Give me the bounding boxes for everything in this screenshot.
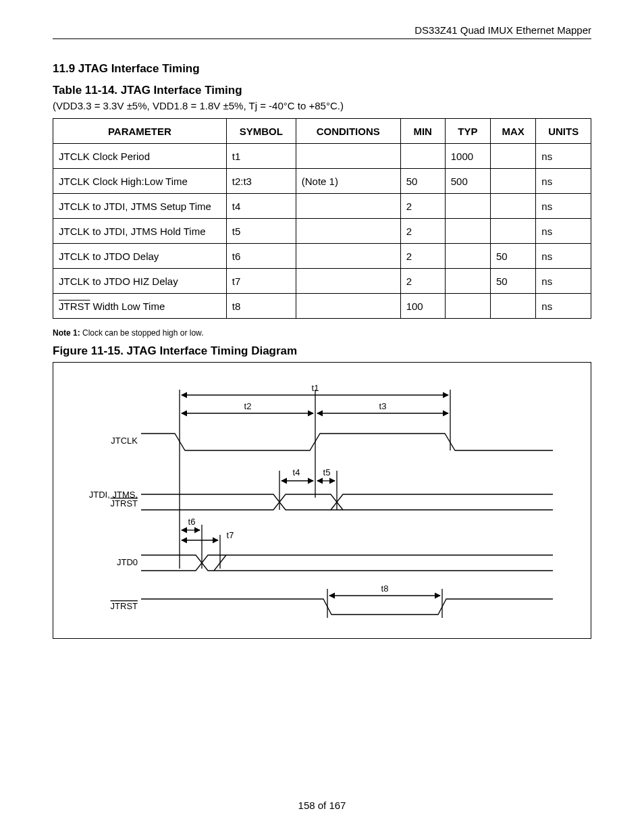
jtdo-waveform — [141, 555, 553, 571]
cell-conditions — [296, 244, 400, 269]
cell-typ — [445, 194, 490, 219]
section-heading: 11.9 JTAG Interface Timing — [53, 62, 591, 76]
table-note: Note 1: Clock can be stopped high or low… — [53, 328, 591, 338]
cell-symbol: t8 — [226, 294, 296, 319]
cell-units: ns — [536, 169, 591, 194]
label-jtdi-line2: JTRST — [111, 498, 138, 509]
label-t1: t1 — [312, 383, 319, 393]
cell-min: 100 — [400, 294, 445, 319]
note-label: Note 1: — [53, 328, 80, 338]
cell-typ: 1000 — [445, 144, 490, 169]
cell-units: ns — [536, 244, 591, 269]
col-max: MAX — [491, 119, 536, 144]
page-footer: 158 of 167 — [0, 800, 644, 811]
col-typ: TYP — [445, 119, 490, 144]
cell-conditions — [296, 219, 400, 244]
label-jtdo: JTD0 — [117, 557, 138, 567]
label-jtrst: JTRST — [111, 601, 138, 611]
table-row: JTCLK to JTDO Delay t6 2 50 ns — [53, 244, 591, 269]
table-row: JTCLK to JTDO HIZ Delay t7 2 50 ns — [53, 269, 591, 294]
cell-units: ns — [536, 219, 591, 244]
cell-parameter: JTCLK Clock High:Low Time — [53, 169, 227, 194]
cell-units: ns — [536, 269, 591, 294]
table-row: JTCLK to JTDI, JTMS Setup Time t4 2 ns — [53, 194, 591, 219]
cell-symbol: t7 — [226, 269, 296, 294]
cell-min: 2 — [400, 194, 445, 219]
cell-symbol: t6 — [226, 244, 296, 269]
label-jtclk: JTCLK — [111, 436, 138, 446]
page: DS33Z41 Quad IMUX Ethernet Mapper 11.9 J… — [0, 0, 644, 834]
cell-symbol: t2:t3 — [226, 169, 296, 194]
label-t2: t2 — [244, 401, 252, 411]
section-number: 11.9 — [53, 62, 75, 75]
cell-parameter: JTCLK to JTDI, JTMS Setup Time — [53, 194, 227, 219]
cell-conditions — [296, 194, 400, 219]
jtrst-suffix: Width Low Time — [93, 301, 165, 312]
cell-parameter: JTCLK Clock Period — [53, 144, 227, 169]
label-t8: t8 — [381, 583, 389, 594]
cell-symbol: t4 — [226, 194, 296, 219]
table-body: JTCLK Clock Period t1 1000 ns JTCLK Cloc… — [53, 144, 591, 319]
cell-max — [491, 219, 536, 244]
col-conditions: CONDITIONS — [296, 119, 400, 144]
table-header-row: PARAMETER SYMBOL CONDITIONS MIN TYP MAX … — [53, 119, 591, 144]
running-header: DS33Z41 Quad IMUX Ethernet Mapper — [53, 24, 591, 36]
label-t3: t3 — [379, 401, 387, 411]
col-symbol: SYMBOL — [226, 119, 296, 144]
cell-units: ns — [536, 194, 591, 219]
cell-symbol: t1 — [226, 144, 296, 169]
table-caption-prefix: Table 11-14. — [53, 84, 117, 97]
col-parameter: PARAMETER — [53, 119, 227, 144]
label-t6: t6 — [188, 517, 196, 527]
col-units: UNITS — [536, 119, 591, 144]
cell-conditions — [296, 144, 400, 169]
jtclk-waveform — [141, 390, 553, 569]
cell-min — [400, 144, 445, 169]
cell-parameter: JTRST Width Low Time — [53, 294, 227, 319]
timing-diagram-svg: t1 t2 t3 JTCLK JTDI, JTMS, JTRST JTD0 JT… — [53, 363, 590, 637]
timing-table: PARAMETER SYMBOL CONDITIONS MIN TYP MAX … — [53, 118, 591, 319]
table-head: PARAMETER SYMBOL CONDITIONS MIN TYP MAX … — [53, 119, 591, 144]
cell-parameter: JTCLK to JTDO Delay — [53, 244, 227, 269]
cell-typ — [445, 294, 490, 319]
jtrst-overline: JTRST — [59, 301, 90, 312]
cell-typ — [445, 244, 490, 269]
label-t5: t5 — [323, 467, 331, 477]
cell-conditions — [296, 294, 400, 319]
figure-caption-title: JTAG Interface Timing Diagram — [127, 344, 298, 357]
jtrst-waveform — [141, 589, 553, 618]
cell-max — [491, 194, 536, 219]
cell-min: 50 — [400, 169, 445, 194]
timing-diagram: t1 t2 t3 JTCLK JTDI, JTMS, JTRST JTD0 JT… — [53, 362, 591, 639]
cell-typ: 500 — [445, 169, 490, 194]
label-t4: t4 — [293, 467, 300, 477]
cell-units: ns — [536, 294, 591, 319]
figure-caption: Figure 11-15. JTAG Interface Timing Diag… — [53, 344, 591, 358]
cell-conditions: (Note 1) — [296, 169, 400, 194]
cell-typ — [445, 219, 490, 244]
note-text: Clock can be stopped high or low. — [82, 328, 203, 338]
table-conditions: (VDD3.3 = 3.3V ±5%, VDD1.8 = 1.8V ±5%, T… — [53, 100, 591, 111]
cell-min: 2 — [400, 269, 445, 294]
cell-min: 2 — [400, 244, 445, 269]
cell-max — [491, 144, 536, 169]
cell-min: 2 — [400, 219, 445, 244]
cell-typ — [445, 269, 490, 294]
label-t7: t7 — [227, 530, 234, 540]
cell-symbol: t5 — [226, 219, 296, 244]
section-title: JTAG Interface Timing — [78, 62, 200, 75]
table-row: JTCLK Clock High:Low Time t2:t3 (Note 1)… — [53, 169, 591, 194]
header-rule — [53, 38, 591, 39]
table-row: JTCLK Clock Period t1 1000 ns — [53, 144, 591, 169]
table-caption-title: JTAG Interface Timing — [121, 84, 242, 97]
col-min: MIN — [400, 119, 445, 144]
table-row: JTCLK to JTDI, JTMS Hold Time t5 2 ns — [53, 219, 591, 244]
cell-parameter: JTCLK to JTDO HIZ Delay — [53, 269, 227, 294]
cell-max — [491, 169, 536, 194]
cell-max — [491, 294, 536, 319]
cell-units: ns — [536, 144, 591, 169]
table-row: JTRST Width Low Time t8 100 ns — [53, 294, 591, 319]
table-caption: Table 11-14. JTAG Interface Timing — [53, 84, 591, 97]
figure-caption-prefix: Figure 11-15. — [53, 344, 124, 357]
cell-max: 50 — [491, 244, 536, 269]
